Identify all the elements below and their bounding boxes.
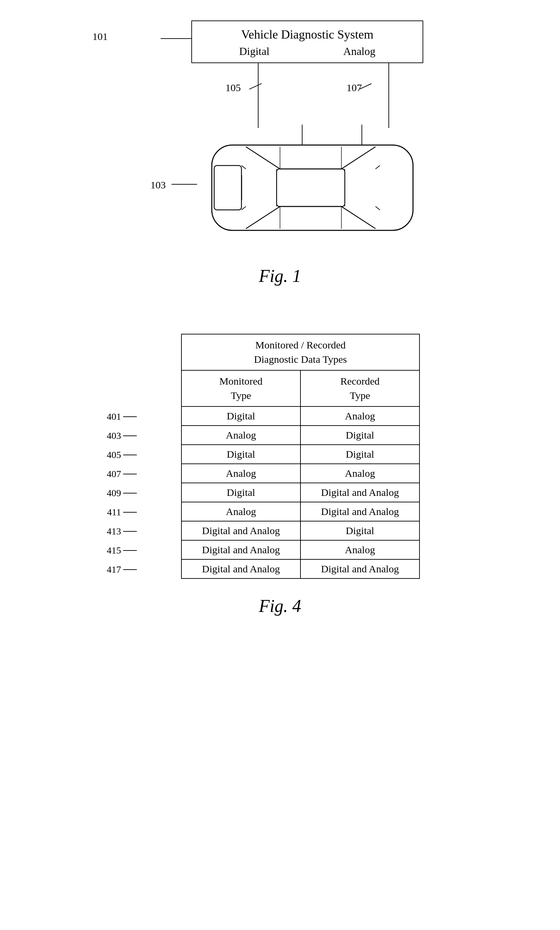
monitored-cell: Analog	[181, 502, 301, 521]
diag-box-title: Vehicle Diagnostic System	[202, 27, 412, 42]
monitored-cell: Digital and Analog	[181, 559, 301, 579]
table-row: AnalogDigital and Analog	[181, 502, 419, 521]
svg-line-11	[376, 166, 380, 169]
recorded-cell: Digital	[301, 445, 419, 464]
col2-header: RecordedType	[301, 370, 419, 406]
table-row: DigitalDigital and Analog	[181, 483, 419, 502]
label-107: 107	[347, 82, 362, 94]
diag-digital-label: Digital	[239, 45, 269, 58]
monitored-cell: Digital	[181, 483, 301, 502]
svg-line-12	[376, 206, 380, 210]
fig4-section: 401403405407409411413415417 Monitored / …	[0, 306, 560, 643]
fig1-section: 101 Vehicle Diagnostic System Digital An…	[0, 0, 560, 306]
monitored-cell: Analog	[181, 464, 301, 483]
label-101: 101	[92, 31, 108, 42]
monitored-cell: Digital	[181, 406, 301, 426]
row-label-417: 417	[96, 564, 137, 575]
fig4-caption: Fig. 4	[259, 596, 301, 616]
recorded-cell: Digital and Analog	[301, 502, 419, 521]
data-table: Monitored / RecordedDiagnostic Data Type…	[181, 334, 420, 579]
row-label-401: 401	[96, 411, 137, 422]
label-105: 105	[226, 82, 241, 94]
monitored-cell: Analog	[181, 426, 301, 445]
row-label-411: 411	[96, 507, 137, 518]
recorded-cell: Digital	[301, 521, 419, 540]
row-label-405: 405	[96, 450, 137, 460]
row-label-407: 407	[96, 468, 137, 479]
recorded-cell: Analog	[301, 406, 419, 426]
table-row: Digital and AnalogDigital and Analog	[181, 559, 419, 579]
recorded-cell: Digital and Analog	[301, 559, 419, 579]
table-row: DigitalDigital	[181, 445, 419, 464]
recorded-cell: Analog	[301, 540, 419, 559]
table-row: Digital and AnalogDigital	[181, 521, 419, 540]
table-main-header: Monitored / RecordedDiagnostic Data Type…	[181, 334, 419, 370]
fig1-caption: Fig. 1	[259, 266, 301, 286]
table-row: DigitalAnalog	[181, 406, 419, 426]
row-label-409: 409	[96, 488, 137, 499]
table-row: AnalogDigital	[181, 426, 419, 445]
monitored-cell: Digital	[181, 445, 301, 464]
label-103: 103	[150, 179, 166, 191]
diag-box: Vehicle Diagnostic System Digital Analog	[191, 20, 423, 63]
table-row: Digital and AnalogAnalog	[181, 540, 419, 559]
monitored-cell: Digital and Analog	[181, 540, 301, 559]
row-label-415: 415	[96, 545, 137, 556]
diag-analog-label: Analog	[344, 45, 376, 58]
recorded-cell: Digital and Analog	[301, 483, 419, 502]
svg-line-10	[241, 206, 246, 210]
svg-line-9	[241, 166, 246, 169]
svg-rect-8	[214, 166, 241, 210]
row-label-403: 403	[96, 430, 137, 441]
recorded-cell: Digital	[301, 426, 419, 445]
table-row: AnalogAnalog	[181, 464, 419, 483]
col1-header: MonitoredType	[181, 370, 301, 406]
row-label-413: 413	[96, 526, 137, 537]
recorded-cell: Analog	[301, 464, 419, 483]
car-diagram	[191, 125, 430, 251]
monitored-cell: Digital and Analog	[181, 521, 301, 540]
svg-rect-1	[276, 169, 345, 206]
table-wrapper: 401403405407409411413415417 Monitored / …	[181, 334, 420, 579]
